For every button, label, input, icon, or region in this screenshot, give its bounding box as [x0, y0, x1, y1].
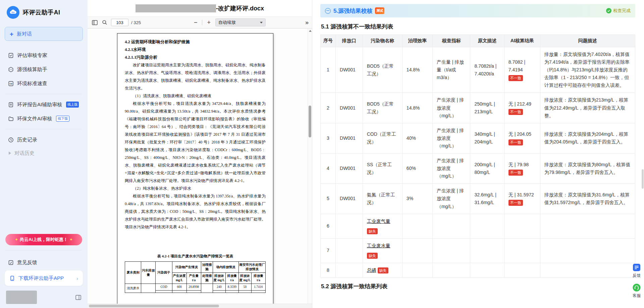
table-row: 7 工业废水量缺失 [321, 238, 635, 263]
missing-badge: 缺失 [378, 267, 388, 273]
scroll-up-arrow-icon[interactable] [309, 30, 312, 32]
customer-service-float-button[interactable]: 客服 [632, 283, 641, 299]
folder-icon [8, 116, 14, 122]
doc-th: 排放量 t/a [225, 273, 238, 284]
section-header: 5.源强结果校核 测试 检查完成 [320, 4, 635, 17]
ai-result-value: 8.7082 | 7.4194 [508, 59, 525, 72]
app-root: EIA 环评云助手AI + 新对话 评估审核专家 源强核算助手 GB 环境标准速… [0, 0, 644, 308]
document-title-redacted [136, 4, 216, 12]
table-header-row: 序号 排放口 污染物名称 治理效率 核查指标 原文描述 AI核算结果 问题描述 [321, 35, 635, 47]
scrollbar-thumb[interactable] [89, 305, 219, 307]
sidebar-item-source-assistant[interactable]: 源强核算助手 [5, 62, 83, 76]
sidebar-item-label: 评估审核专家 [17, 52, 47, 59]
doc-paragraph: 改扩建项目运营期用水主要为清洗用水、脱脂用水、硅烷化用水、纯水制备浓水、热水炉用… [125, 61, 266, 92]
feedback-float-button[interactable]: 反馈 [632, 263, 641, 279]
sidebar-item-report-ai-review[interactable]: 环评报告AI辅助审核 线上版 [5, 98, 83, 112]
phone-icon [9, 275, 15, 281]
zoom-mode-select[interactable]: 自动缩放 [215, 18, 266, 26]
page-number-input[interactable] [111, 19, 128, 26]
table-row: 2 DW001 BOD5（正常工况） 14.8% 产生浓度 | 排放浓度（mg/… [321, 93, 635, 123]
zoom-mode-value: 自动缩放 [218, 19, 236, 25]
download-app-button[interactable]: 下载环评云助手APP › [5, 270, 83, 286]
cloud-logo-icon: EIA [7, 6, 19, 19]
divider [202, 20, 202, 25]
zoom-out-button[interactable]: − [192, 19, 200, 25]
missing-badge: 缺失 [367, 253, 378, 259]
ai-result-value: 无 | 31.5972 [508, 192, 534, 197]
check-circle-icon [606, 8, 611, 13]
clock-icon [8, 137, 14, 143]
doc-th: 治理措 施 [201, 262, 213, 273]
scrollbar-thumb[interactable] [309, 106, 311, 137]
document-title: -改扩建环评.docx [216, 4, 264, 12]
chevron-down-icon [260, 22, 263, 23]
app-logo: EIA 环评云助手AI [5, 6, 83, 19]
promo-banner-text: 尚云Ai上线，限时钜惠！ [20, 237, 68, 243]
issue-description: 排放浓度：原文填报值为213mg/L，核算值为212.49mg/L，差异源于四舍… [540, 93, 635, 123]
doc-th: 排放浓 度 mg/L [238, 273, 251, 284]
expand-panel-icon[interactable]: » [305, 19, 309, 26]
doc-th: 污染因子 [156, 262, 172, 284]
sidebar-item-chat-history[interactable]: 对话历史 [5, 147, 83, 160]
offline-version-badge: 线下版 [56, 116, 69, 122]
new-chat-label: 新对话 [17, 31, 32, 37]
zoom-in-button[interactable]: + [205, 19, 213, 25]
table-row: 4 DW001 SS（正常工况） 60% 产生浓度 | 排放浓度（mg/L） 2… [321, 153, 635, 184]
table-row: 6 工业废气量缺失 [321, 214, 635, 238]
table-row: 3 DW001 COD（正常工况） 40% 产生浓度 | 排放浓度（mg/L） … [321, 123, 635, 153]
doc-paragraph: （2）纯水制备浓水、热水炉排水 [125, 185, 266, 192]
sidebar-item-history[interactable]: 历史记录 [5, 133, 83, 147]
sidebar-item-standard-lookup[interactable]: GB 环境标准速查 [5, 76, 83, 90]
doc-table-title: 表 4.2-1 项目生产废水水污染物产排情况一览表 [125, 252, 266, 260]
ai-result-value: 无 | 204.05 [508, 131, 531, 137]
chat-history-label: 对话历史 [14, 150, 35, 157]
new-chat-button[interactable]: + 新对话 [5, 27, 83, 41]
ai-result-value: 无 | 79.98 [508, 162, 529, 167]
user-account-redacted[interactable] [6, 291, 37, 304]
issue-description: 排放浓度：原文填报值为31.6mg/L，核算值为31.5972mg/L，差异源于… [540, 184, 635, 214]
doc-paragraph: （1）清洗废水、脱脂废槽液、硅烷化废槽液 [125, 92, 266, 100]
doc-table: 废水类别 污水排放 量 污染因子 污染物产生情况 治理措 施 场内排放情况 南安… [125, 261, 266, 293]
svg-text:GB: GB [9, 83, 13, 85]
doc-th: 处理措 施 [201, 273, 213, 284]
inconsistent-badge: 不一致 [508, 75, 523, 81]
divider [5, 94, 82, 94]
online-version-badge: 线上版 [66, 102, 79, 108]
doc-table-row: 清洗废水 COD 600 20.8998 240 8.3599 50 1.741… [125, 284, 266, 291]
floating-actions: 反馈 客服 [630, 263, 643, 299]
horizontal-scrollbar[interactable] [88, 304, 312, 308]
collapse-sidebar-icon[interactable] [75, 294, 82, 301]
doc-th: 排放量 t/a [251, 273, 265, 284]
panel-scrollbar-thumb[interactable] [642, 169, 644, 189]
sidebar-item-label: 环评报告AI辅助审核 [17, 102, 62, 108]
doc-th: 排放浓 度 mg/L [213, 273, 225, 284]
gb-standard-icon: GB [8, 81, 14, 86]
check-status-label: 检查完成 [613, 8, 631, 14]
feedback-button[interactable]: 意见反馈 [5, 256, 83, 269]
doc-paragraph: 根据水平衡分析可知，项目纯水制备浓水量为 1397.35t/a、热水炉排水量为0… [125, 192, 266, 231]
svg-text:EIA: EIA [12, 11, 15, 13]
divider [5, 250, 82, 250]
promo-banner[interactable]: ✦ 尚云Ai上线，限时钜惠！ ✦ [5, 234, 82, 245]
doc-heading: 4.2.1水环境 [125, 46, 266, 54]
missing-item-name: 总磷 [367, 267, 376, 273]
issue-description: 排放浓度：原文填报值为80mg/L，核算值为79.98mg/L，差异源于四舍五入… [540, 153, 635, 184]
missing-badge: 缺失 [367, 228, 378, 234]
feedback-label: 意见反馈 [17, 259, 37, 266]
collapse-section-icon[interactable] [325, 8, 331, 14]
missing-item-name: 工业废水量 [367, 243, 390, 248]
doc-heading: 4.2.1.1污染源分析 [125, 54, 266, 61]
sidebar: EIA 环评云助手AI + 新对话 评估审核专家 源强核算助手 GB 环境标准速… [0, 0, 88, 308]
feedback-note-icon [632, 263, 641, 272]
document-header: -改扩建环评.docx [88, 0, 312, 16]
sidebar-item-label: 环保文件AI审核 [17, 116, 52, 122]
issue-description: 排放量：原文填报值为7.4020t/a，核算值为7.4194t/a，差异源于报告… [540, 47, 635, 93]
document-page: 4.2 运营期环境影响分析和保护措施 4.2.1水环境 4.2.1.1污染源分析… [117, 33, 273, 304]
sidebar-item-file-ai-review[interactable]: 环保文件AI审核 线下版 [5, 112, 83, 126]
vertical-scrollbar[interactable] [308, 28, 312, 304]
doc-th: 废水类别 [125, 262, 141, 284]
sidebar-item-review-expert[interactable]: 评估审核专家 [5, 48, 83, 62]
toggle-sidebar-icon[interactable] [91, 19, 98, 26]
table-row: 5 DW001 氨氮（正常工况） 3% 产生浓度 | 排放浓度（mg/L） 32… [321, 184, 635, 214]
search-icon[interactable] [101, 19, 108, 26]
